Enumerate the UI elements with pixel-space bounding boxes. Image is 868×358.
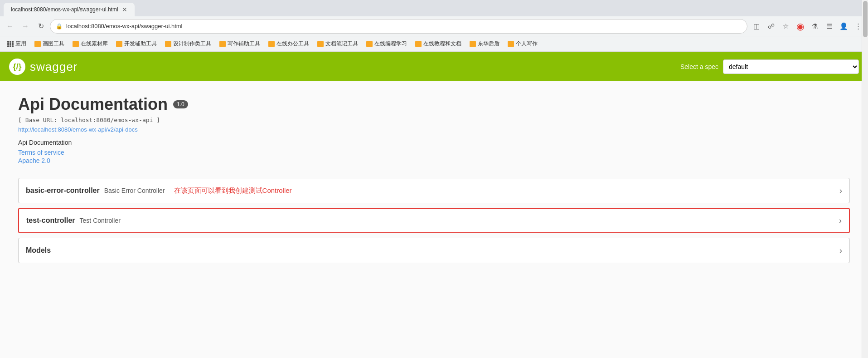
bookmark-icon-3 — [116, 41, 122, 47]
bookmark-1[interactable]: 画图工具 — [31, 39, 68, 49]
bookmark-icon-1 — [34, 41, 41, 47]
controller-name-0: basic-error-controller — [26, 186, 100, 195]
bookmark-9[interactable]: 在线教程和文档 — [412, 39, 465, 49]
bookmark-icon-2 — [73, 41, 79, 47]
bookmark-5[interactable]: 写作辅助工具 — [216, 39, 264, 49]
bookmark-icon-11 — [508, 41, 514, 47]
reload-button[interactable]: ↻ — [34, 20, 47, 33]
version-badge: 1.0 — [173, 100, 188, 108]
bookmark-8[interactable]: 在线编程学习 — [363, 39, 411, 49]
bookmark-icon-8 — [366, 41, 373, 47]
api-info: Api Documentation 1.0 [ Base URL: localh… — [18, 95, 850, 164]
models-label: Models — [26, 246, 51, 255]
test-controller-item[interactable]: test-controller Test Controller › — [18, 208, 850, 233]
bookmark-icon-4 — [165, 41, 171, 47]
forward-button[interactable]: → — [19, 20, 32, 33]
controller-name-1: test-controller — [26, 216, 75, 225]
swagger-logo-text: swagger — [30, 60, 78, 74]
bookmark-4[interactable]: 设计制作类工具 — [161, 39, 215, 49]
swagger-logo-icon: {/} — [9, 59, 25, 75]
apps-bookmark[interactable]: 应用 — [4, 39, 30, 49]
tab-title: localhost:8080/emos-wx-api/swagger-ui.ht… — [11, 6, 118, 13]
scrollbar-thumb[interactable] — [863, 1, 868, 37]
apps-icon — [7, 41, 14, 47]
api-docs-link[interactable]: http://localhost:8080/emos-wx-api/v2/api… — [18, 126, 138, 133]
toolbar-icons: ◫ ☍ ☆ ◉ ⚗ ☰ 👤 ⋮ — [750, 20, 864, 33]
api-title: Api Documentation — [18, 95, 168, 114]
controllers-section: basic-error-controller Basic Error Contr… — [18, 178, 850, 263]
bookmark-10[interactable]: 东华后盾 — [466, 39, 503, 49]
bookmark-6[interactable]: 在线办公工具 — [265, 39, 313, 49]
controller-desc-1: Test Controller — [80, 217, 121, 224]
active-tab[interactable]: localhost:8080/emos-wx-api/swagger-ui.ht… — [4, 3, 135, 16]
tab-close-btn[interactable]: ✕ — [122, 6, 127, 13]
url-text: localhost:8080/emos-wx-api/swagger-ui.ht… — [66, 23, 742, 29]
swagger-logo: {/} swagger — [9, 59, 78, 75]
bookmark-7[interactable]: 文档笔记工具 — [314, 39, 362, 49]
models-item[interactable]: Models › — [18, 238, 850, 263]
bookmark-3[interactable]: 开发辅助工具 — [112, 39, 160, 49]
bookmark-icon-5 — [219, 41, 226, 47]
bookmark-icon-9 — [415, 41, 422, 47]
translate-icon[interactable]: ☍ — [765, 20, 777, 33]
bookmark-star[interactable]: ☆ — [779, 20, 792, 33]
bookmark-11[interactable]: 个人写作 — [504, 39, 541, 49]
base-url: [ Base URL: localhost:8080/emos-wx-api ] — [18, 117, 850, 123]
terms-of-service-link[interactable]: Terms of service — [18, 149, 850, 156]
main-content: Api Documentation 1.0 [ Base URL: localh… — [0, 81, 868, 281]
models-chevron: › — [839, 246, 842, 255]
basic-error-controller-item[interactable]: basic-error-controller Basic Error Contr… — [18, 178, 850, 203]
bookmark-icon-6 — [268, 41, 275, 47]
address-bar[interactable]: 🔒 localhost:8080/emos-wx-api/swagger-ui.… — [50, 19, 747, 34]
browser-chrome: localhost:8080/emos-wx-api/swagger-ui.ht… — [0, 0, 868, 52]
bookmark-icon-10 — [470, 41, 476, 47]
controller-desc-0: Basic Error Controller — [104, 187, 165, 194]
lock-icon: 🔒 — [56, 23, 63, 29]
scrollbar[interactable] — [862, 0, 868, 281]
bookmarks-bar: 应用 画图工具 在线素材库 开发辅助工具 设计制作类工具 写作辅助工具 在线办公… — [0, 36, 868, 52]
api-title-row: Api Documentation 1.0 — [18, 95, 850, 114]
bookmark-icon-7 — [317, 41, 324, 47]
browser-tabs: localhost:8080/emos-wx-api/swagger-ui.ht… — [0, 0, 868, 16]
spec-select[interactable]: default — [723, 59, 859, 74]
apps-label: 应用 — [15, 40, 26, 48]
profile-icon[interactable]: 👤 — [837, 20, 850, 33]
sidebar-icon[interactable]: ☰ — [823, 20, 835, 33]
swagger-spec-selector: Select a spec default — [680, 59, 859, 74]
back-button[interactable]: ← — [4, 20, 16, 33]
spec-label: Select a spec — [680, 63, 718, 70]
controller-chevron-1: › — [839, 216, 842, 226]
browser-toolbar: ← → ↻ 🔒 localhost:8080/emos-wx-api/swagg… — [0, 16, 868, 36]
extensions-button[interactable]: ◫ — [750, 20, 763, 33]
license-link[interactable]: Apache 2.0 — [18, 157, 850, 164]
controller-chevron-0: › — [839, 186, 842, 196]
controller-annotation-0: 在该页面可以看到我创建测试Controller — [174, 186, 292, 195]
user-avatar[interactable]: ◉ — [794, 20, 806, 33]
bookmark-2[interactable]: 在线素材库 — [69, 39, 112, 49]
puzzle-icon[interactable]: ⚗ — [808, 20, 821, 33]
swagger-header: {/} swagger Select a spec default — [0, 52, 868, 81]
api-description: Api Documentation — [18, 139, 850, 146]
